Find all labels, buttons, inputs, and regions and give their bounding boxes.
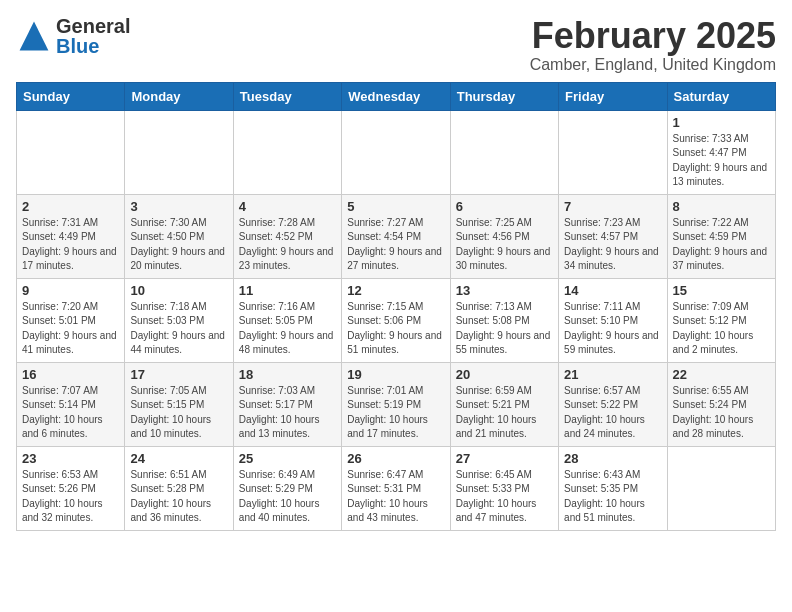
calendar-cell (342, 110, 450, 194)
calendar-cell: 21Sunrise: 6:57 AM Sunset: 5:22 PM Dayli… (559, 362, 667, 446)
day-info: Sunrise: 7:31 AM Sunset: 4:49 PM Dayligh… (22, 216, 119, 274)
calendar-cell: 24Sunrise: 6:51 AM Sunset: 5:28 PM Dayli… (125, 446, 233, 530)
logo: General Blue (16, 16, 130, 56)
logo-general: General (56, 16, 130, 36)
day-number: 19 (347, 367, 444, 382)
calendar-cell: 6Sunrise: 7:25 AM Sunset: 4:56 PM Daylig… (450, 194, 558, 278)
day-number: 13 (456, 283, 553, 298)
column-header-monday: Monday (125, 82, 233, 110)
calendar-header-row: SundayMondayTuesdayWednesdayThursdayFrid… (17, 82, 776, 110)
day-info: Sunrise: 6:51 AM Sunset: 5:28 PM Dayligh… (130, 468, 227, 526)
calendar-cell (125, 110, 233, 194)
day-info: Sunrise: 6:47 AM Sunset: 5:31 PM Dayligh… (347, 468, 444, 526)
day-info: Sunrise: 6:53 AM Sunset: 5:26 PM Dayligh… (22, 468, 119, 526)
calendar-cell: 13Sunrise: 7:13 AM Sunset: 5:08 PM Dayli… (450, 278, 558, 362)
calendar-cell: 4Sunrise: 7:28 AM Sunset: 4:52 PM Daylig… (233, 194, 341, 278)
calendar-cell: 20Sunrise: 6:59 AM Sunset: 5:21 PM Dayli… (450, 362, 558, 446)
calendar-cell (667, 446, 775, 530)
day-number: 4 (239, 199, 336, 214)
calendar-cell: 12Sunrise: 7:15 AM Sunset: 5:06 PM Dayli… (342, 278, 450, 362)
day-info: Sunrise: 7:33 AM Sunset: 4:47 PM Dayligh… (673, 132, 770, 190)
day-number: 26 (347, 451, 444, 466)
calendar-cell (233, 110, 341, 194)
day-number: 12 (347, 283, 444, 298)
column-header-saturday: Saturday (667, 82, 775, 110)
day-number: 16 (22, 367, 119, 382)
day-info: Sunrise: 7:23 AM Sunset: 4:57 PM Dayligh… (564, 216, 661, 274)
calendar-cell: 23Sunrise: 6:53 AM Sunset: 5:26 PM Dayli… (17, 446, 125, 530)
page-header: General Blue February 2025 Camber, Engla… (16, 16, 776, 74)
day-number: 9 (22, 283, 119, 298)
calendar-week-row: 1Sunrise: 7:33 AM Sunset: 4:47 PM Daylig… (17, 110, 776, 194)
day-number: 21 (564, 367, 661, 382)
logo-blue: Blue (56, 36, 130, 56)
day-number: 23 (22, 451, 119, 466)
day-number: 8 (673, 199, 770, 214)
calendar-table: SundayMondayTuesdayWednesdayThursdayFrid… (16, 82, 776, 531)
day-number: 24 (130, 451, 227, 466)
calendar-week-row: 23Sunrise: 6:53 AM Sunset: 5:26 PM Dayli… (17, 446, 776, 530)
day-number: 6 (456, 199, 553, 214)
calendar-week-row: 2Sunrise: 7:31 AM Sunset: 4:49 PM Daylig… (17, 194, 776, 278)
calendar-cell: 5Sunrise: 7:27 AM Sunset: 4:54 PM Daylig… (342, 194, 450, 278)
column-header-tuesday: Tuesday (233, 82, 341, 110)
calendar-cell: 28Sunrise: 6:43 AM Sunset: 5:35 PM Dayli… (559, 446, 667, 530)
calendar-cell: 16Sunrise: 7:07 AM Sunset: 5:14 PM Dayli… (17, 362, 125, 446)
calendar-cell: 17Sunrise: 7:05 AM Sunset: 5:15 PM Dayli… (125, 362, 233, 446)
day-number: 27 (456, 451, 553, 466)
calendar-week-row: 9Sunrise: 7:20 AM Sunset: 5:01 PM Daylig… (17, 278, 776, 362)
day-info: Sunrise: 7:13 AM Sunset: 5:08 PM Dayligh… (456, 300, 553, 358)
day-info: Sunrise: 6:49 AM Sunset: 5:29 PM Dayligh… (239, 468, 336, 526)
day-number: 17 (130, 367, 227, 382)
day-number: 5 (347, 199, 444, 214)
day-info: Sunrise: 7:18 AM Sunset: 5:03 PM Dayligh… (130, 300, 227, 358)
month-title: February 2025 (530, 16, 776, 56)
day-info: Sunrise: 7:16 AM Sunset: 5:05 PM Dayligh… (239, 300, 336, 358)
calendar-cell: 3Sunrise: 7:30 AM Sunset: 4:50 PM Daylig… (125, 194, 233, 278)
logo-icon (16, 18, 52, 54)
day-info: Sunrise: 6:43 AM Sunset: 5:35 PM Dayligh… (564, 468, 661, 526)
day-number: 11 (239, 283, 336, 298)
calendar-cell: 22Sunrise: 6:55 AM Sunset: 5:24 PM Dayli… (667, 362, 775, 446)
column-header-sunday: Sunday (17, 82, 125, 110)
day-number: 14 (564, 283, 661, 298)
day-number: 25 (239, 451, 336, 466)
calendar-cell: 14Sunrise: 7:11 AM Sunset: 5:10 PM Dayli… (559, 278, 667, 362)
calendar-cell: 19Sunrise: 7:01 AM Sunset: 5:19 PM Dayli… (342, 362, 450, 446)
calendar-cell: 7Sunrise: 7:23 AM Sunset: 4:57 PM Daylig… (559, 194, 667, 278)
calendar-cell: 1Sunrise: 7:33 AM Sunset: 4:47 PM Daylig… (667, 110, 775, 194)
day-info: Sunrise: 7:05 AM Sunset: 5:15 PM Dayligh… (130, 384, 227, 442)
calendar-cell: 8Sunrise: 7:22 AM Sunset: 4:59 PM Daylig… (667, 194, 775, 278)
calendar-cell: 26Sunrise: 6:47 AM Sunset: 5:31 PM Dayli… (342, 446, 450, 530)
column-header-thursday: Thursday (450, 82, 558, 110)
day-info: Sunrise: 6:59 AM Sunset: 5:21 PM Dayligh… (456, 384, 553, 442)
day-info: Sunrise: 7:11 AM Sunset: 5:10 PM Dayligh… (564, 300, 661, 358)
location: Camber, England, United Kingdom (530, 56, 776, 74)
day-number: 1 (673, 115, 770, 130)
day-info: Sunrise: 7:28 AM Sunset: 4:52 PM Dayligh… (239, 216, 336, 274)
day-number: 3 (130, 199, 227, 214)
calendar-cell: 10Sunrise: 7:18 AM Sunset: 5:03 PM Dayli… (125, 278, 233, 362)
calendar-cell: 9Sunrise: 7:20 AM Sunset: 5:01 PM Daylig… (17, 278, 125, 362)
day-number: 10 (130, 283, 227, 298)
day-info: Sunrise: 7:25 AM Sunset: 4:56 PM Dayligh… (456, 216, 553, 274)
day-info: Sunrise: 6:57 AM Sunset: 5:22 PM Dayligh… (564, 384, 661, 442)
day-number: 2 (22, 199, 119, 214)
calendar-cell: 11Sunrise: 7:16 AM Sunset: 5:05 PM Dayli… (233, 278, 341, 362)
column-header-wednesday: Wednesday (342, 82, 450, 110)
day-number: 7 (564, 199, 661, 214)
calendar-cell (450, 110, 558, 194)
column-header-friday: Friday (559, 82, 667, 110)
day-info: Sunrise: 7:30 AM Sunset: 4:50 PM Dayligh… (130, 216, 227, 274)
calendar-cell (559, 110, 667, 194)
day-info: Sunrise: 7:01 AM Sunset: 5:19 PM Dayligh… (347, 384, 444, 442)
day-info: Sunrise: 6:55 AM Sunset: 5:24 PM Dayligh… (673, 384, 770, 442)
day-info: Sunrise: 7:09 AM Sunset: 5:12 PM Dayligh… (673, 300, 770, 358)
day-number: 18 (239, 367, 336, 382)
day-number: 28 (564, 451, 661, 466)
logo-text: General Blue (56, 16, 130, 56)
day-info: Sunrise: 7:07 AM Sunset: 5:14 PM Dayligh… (22, 384, 119, 442)
svg-marker-0 (20, 22, 49, 51)
day-number: 20 (456, 367, 553, 382)
day-info: Sunrise: 7:22 AM Sunset: 4:59 PM Dayligh… (673, 216, 770, 274)
